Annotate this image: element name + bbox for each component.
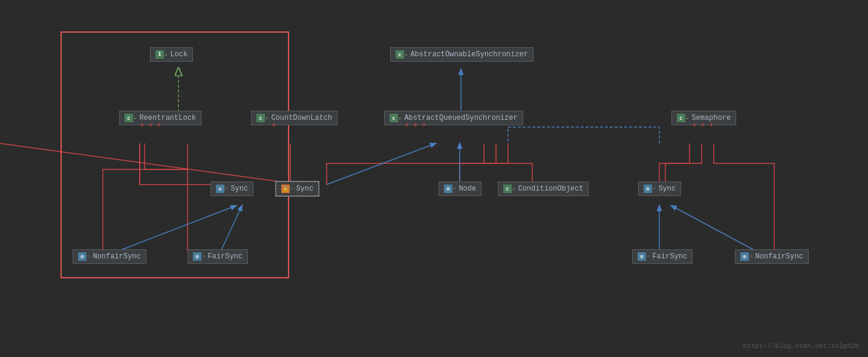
inner-class-icon: ⊙: [444, 185, 452, 193]
expand-plus-3[interactable]: +: [156, 122, 162, 128]
visibility-icon: ○: [453, 186, 456, 192]
visibility-icon: ▸: [512, 186, 515, 192]
expand-plus-5[interactable]: +: [404, 122, 410, 128]
expand-plus-6[interactable]: +: [413, 122, 419, 128]
node-reentrantlock[interactable]: C ▸ ReentrantLock + + +: [119, 111, 201, 125]
visibility-icon: ○: [647, 254, 650, 260]
expand-plus-9[interactable]: +: [700, 122, 706, 128]
expand-plus-7[interactable]: +: [421, 122, 427, 128]
expand-plus-8[interactable]: +: [691, 122, 697, 128]
diagram-canvas: I ▸ Lock C ▸ ReentrantLock + + + C ▸ Cou…: [0, 0, 868, 357]
visibility-icon: ▸: [165, 51, 168, 58]
node-label: NonfairSync: [93, 252, 140, 261]
visibility-icon: ▸: [266, 115, 269, 122]
url-watermark: https://blog.csdn.net/zxlp520: [743, 342, 859, 350]
node-fairsync-left[interactable]: ⊙ ○ FairSync: [188, 249, 248, 264]
inner-class-icon: 🔒: [281, 185, 290, 193]
svg-line-5: [0, 143, 301, 185]
node-conditionobject[interactable]: C ▸ ConditionObject: [498, 182, 589, 196]
expand-plus-2[interactable]: +: [148, 122, 154, 128]
node-lock[interactable]: I ▸ Lock: [150, 47, 193, 62]
node-label: NonfairSync: [755, 252, 803, 261]
inner-class-icon: ⊙: [740, 252, 749, 261]
node-label: Sync: [296, 185, 313, 193]
class-icon: C: [503, 185, 512, 193]
inner-class-icon: ⊙: [193, 252, 201, 261]
node-label: Sync: [230, 185, 248, 193]
node-label: ConditionObject: [518, 185, 583, 193]
node-semaphore[interactable]: C ▸ Semaphore + + +: [671, 111, 736, 125]
inner-class-icon: ⊙: [644, 185, 652, 193]
red-selection-box: [60, 31, 289, 278]
node-label: Lock: [170, 50, 188, 59]
node-node[interactable]: ⊙ ○ Node: [439, 182, 481, 196]
expand-plus-10[interactable]: +: [708, 122, 714, 128]
visibility-icon: ○: [202, 254, 205, 260]
node-label: AbstractOwnableSynchronizer: [410, 50, 527, 59]
svg-line-9: [671, 206, 756, 251]
node-sync-countdown[interactable]: 🔒 ○ Sync: [276, 182, 319, 196]
svg-line-4: [221, 206, 242, 251]
node-label: Sync: [658, 185, 676, 193]
interface-icon: I: [155, 50, 164, 59]
visibility-icon: ▸: [134, 115, 137, 122]
class-icon: C: [390, 114, 398, 122]
node-abstractqueuedsync[interactable]: C ▸ AbstractQueuedSynchronizer + + +: [384, 111, 523, 125]
node-label: FairSync: [652, 252, 687, 261]
node-countdownlatch[interactable]: C ▸ CountDownLatch +: [251, 111, 338, 125]
svg-line-6: [327, 143, 436, 185]
expand-plus-4[interactable]: +: [271, 122, 277, 128]
node-label: Node: [458, 185, 476, 193]
visibility-icon: ▸: [399, 115, 402, 122]
node-nonfairsync-left[interactable]: ⊙ ○ NonfairSync: [73, 249, 146, 264]
inner-class-icon: ⊙: [638, 252, 646, 261]
node-label: FairSync: [207, 252, 243, 261]
inner-class-icon: ⊙: [78, 252, 86, 261]
node-label: AbstractQueuedSynchronizer: [404, 114, 517, 122]
visibility-icon: ○: [749, 254, 752, 260]
visibility-icon: ○: [87, 254, 90, 260]
visibility-icon: ○: [290, 186, 293, 192]
visibility-icon: ▸: [405, 51, 408, 58]
node-sync-semaphore[interactable]: ⊙ ○ Sync: [638, 182, 681, 196]
class-icon: C: [256, 114, 265, 122]
inner-class-icon: ⊙: [216, 185, 224, 193]
node-label: ReentrantLock: [139, 114, 196, 122]
node-label: Semaphore: [691, 114, 731, 122]
visibility-icon: ○: [653, 186, 656, 192]
node-abstractownablesync[interactable]: C ▸ AbstractOwnableSynchronizer: [390, 47, 534, 62]
class-icon: C: [677, 114, 685, 122]
expand-plus-1[interactable]: +: [139, 122, 145, 128]
visibility-icon: ▸: [686, 115, 689, 122]
class-icon: C: [396, 50, 404, 59]
svg-line-3: [118, 206, 236, 251]
visibility-icon: ○: [225, 186, 228, 192]
node-sync-reentrant[interactable]: ⊙ ○ Sync: [210, 182, 253, 196]
class-icon: C: [125, 114, 133, 122]
node-label: CountDownLatch: [271, 114, 332, 122]
node-nonfairsync-right[interactable]: ⊙ ○ NonfairSync: [735, 249, 809, 264]
node-fairsync-right[interactable]: ⊙ ○ FairSync: [632, 249, 693, 264]
